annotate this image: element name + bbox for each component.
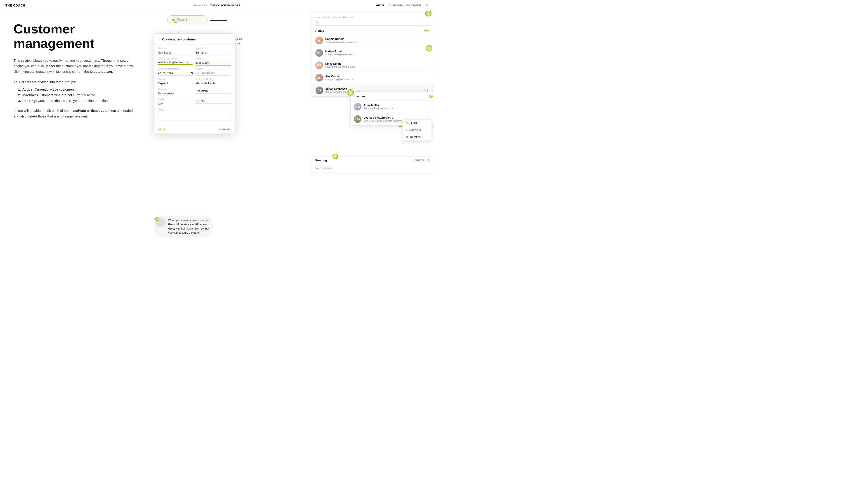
form-row-idioma: Idioma Español Idioma de Habla Idioma de… [158, 78, 231, 86]
table-row: AM Anna Müller Anna.muller@example.com [350, 101, 434, 113]
customer-name: Sophie Dubois [325, 37, 425, 41]
step-1-circle: 1 [425, 10, 432, 17]
list-item: 3. Pending: Customers that require your … [18, 99, 140, 103]
notas-input[interactable] [158, 111, 231, 121]
table-row: SD Sophie Dubois sophie.dubois@example.c… [312, 34, 434, 47]
customer-name: Johan Svensson [326, 88, 422, 91]
fecha-label: Fecha de Nacimiento [158, 68, 193, 70]
idioma-label: Idioma [158, 78, 193, 80]
form-group-nombre: Nombre [158, 47, 193, 55]
customer-name: Ana García [325, 75, 425, 78]
form-row-name: Nombre Apellido [158, 47, 231, 55]
remove-label: REMOVE [410, 135, 422, 139]
step-3: 3 [333, 154, 338, 159]
customer-email: Anna.muller@example.com [364, 107, 433, 109]
search-box[interactable]: ● Search [167, 15, 208, 24]
form-group-notas: Notas [158, 108, 231, 121]
name-hint: Nombre/Apellido/Correo Electrónico [315, 16, 355, 19]
genero-label: Género [195, 68, 231, 70]
avatar: SD [315, 37, 323, 44]
search-area: ● Search [167, 15, 208, 24]
direccion-label: Dirección [158, 88, 193, 91]
customer-email: emily.smith@example.com [325, 66, 425, 68]
form-group-direccion1 [195, 88, 231, 96]
notification-bubble: 1 When you create a new customer, they w… [154, 216, 213, 237]
ciudad-input[interactable] [158, 101, 193, 106]
notas-label: Notas [158, 108, 231, 111]
customer-email: ana.garcia@example.com [325, 78, 425, 80]
context-menu: ✏️ EDIT ↑ ACTIVATE ✕ REMOVE [402, 119, 432, 141]
customer-menu-button[interactable]: ⋮ [427, 63, 431, 68]
customer-name: Leonardo Mastropietro [364, 116, 425, 119]
nav-right: GUIDE CUSTOMER MANAGEMENT 10 [376, 4, 429, 7]
pending-panel: Pending 3 + CREATE 0 No Customers [312, 157, 434, 173]
apellido-input[interactable] [195, 51, 231, 55]
idioma-habla-select[interactable]: Idioma de Habla [195, 81, 231, 86]
country-input[interactable] [195, 99, 231, 104]
presentation-title: THE COACH MANAGER [210, 4, 241, 7]
save-button[interactable]: SAVE [158, 128, 165, 131]
form-group-fecha: Fecha de Nacimiento [158, 68, 193, 76]
step-2: 2 [347, 89, 354, 96]
create-button[interactable]: + CREATE 0 [412, 159, 431, 162]
cancel-button[interactable]: CANCEL [219, 128, 231, 131]
page-number: 10 [426, 4, 429, 7]
customer-info: Ana García ana.garcia@example.com [325, 75, 425, 80]
form-group-direccion: Dirección [158, 88, 193, 96]
direccion1-input[interactable] [195, 89, 231, 94]
table-row: ES Emily Smith emily.smith@example.com ⋮ [312, 59, 434, 72]
form-group-idioma-habla: Idioma de Habla Idioma de Habla [195, 78, 231, 86]
avatar: AM [354, 103, 362, 110]
create-label: CREATE [414, 159, 425, 162]
form-group-ciudad: Ciudad [158, 98, 193, 106]
nav-center: Presentation THE COACH MANAGER [193, 4, 241, 7]
email-input[interactable] [158, 61, 193, 65]
customer-menu-button[interactable]: ⋮ [427, 76, 431, 80]
idioma-habla-label: Idioma de Habla [195, 78, 231, 80]
customer-info: Emily Smith emily.smith@example.com [325, 62, 425, 68]
search-arrow [210, 20, 227, 22]
top-navigation: THE COACH Presentation THE COACH MANAGER… [0, 0, 434, 11]
nombre-label: Nombre [158, 47, 193, 50]
pending-header: Pending 3 + CREATE 0 [312, 157, 434, 164]
nombre-input[interactable] [158, 51, 193, 55]
context-menu-remove[interactable]: ✕ REMOVE [403, 133, 432, 140]
customer-email: matteo.rossi@example.com [325, 53, 425, 56]
customer-name: Anna Müller [364, 104, 433, 107]
direccion-input[interactable] [158, 91, 193, 96]
activate-icon: ↑ [406, 128, 407, 132]
avatar: MR [315, 49, 323, 57]
active-count: 6/10 [424, 29, 429, 32]
customer-name: Emily Smith [325, 62, 425, 66]
form-group-telefono: Teléfono [195, 57, 231, 66]
create-form: + Create a new customer Nombre Apellido [154, 33, 235, 134]
management-label: CUSTOMER MANAGEMENT [389, 4, 421, 7]
avatar: AG [315, 74, 323, 82]
ciudad-label: Ciudad [158, 98, 193, 101]
form-body: Nombre Apellido Correo Electrónico [154, 44, 235, 125]
edit-icon: ✏️ [406, 121, 409, 125]
form-footer: SAVE CANCEL [154, 125, 235, 133]
presentation-label: Presentation [193, 4, 208, 7]
remove-icon: ✕ [406, 135, 408, 139]
context-menu-edit[interactable]: ✏️ EDIT [403, 120, 432, 127]
customer-info: Anna Müller Anna.muller@example.com [364, 104, 433, 109]
right-panel: ● Search Number of active customers and … [154, 11, 434, 244]
telefono-input[interactable] [195, 61, 231, 66]
active-section-header: Active 6/10 › [312, 27, 434, 34]
description-text: This section allows you to easily manage… [13, 58, 140, 74]
genero-select[interactable]: No Especificado [195, 71, 231, 76]
idioma-select[interactable]: Español [158, 81, 193, 86]
customer-menu-button[interactable]: ⋮ [427, 38, 431, 43]
page-title: Customer management [13, 22, 140, 51]
form-group-idioma: Idioma Español [158, 78, 193, 86]
no-customers-text: No Customers [312, 164, 434, 173]
customer-name: Matteo Rossi [325, 50, 425, 53]
create-form-title: Create a new customer [162, 37, 197, 41]
fecha-input[interactable] [158, 71, 193, 76]
context-menu-activate[interactable]: ↑ ACTIVATE [403, 127, 432, 133]
groups-intro: Your clients are divided into three grou… [13, 80, 140, 84]
inactive-header: Inactive 2 [350, 92, 434, 101]
table-row: MR Matteo Rossi matteo.rossi@example.com… [312, 47, 434, 59]
main-content: Customer management This section allows … [0, 11, 434, 244]
